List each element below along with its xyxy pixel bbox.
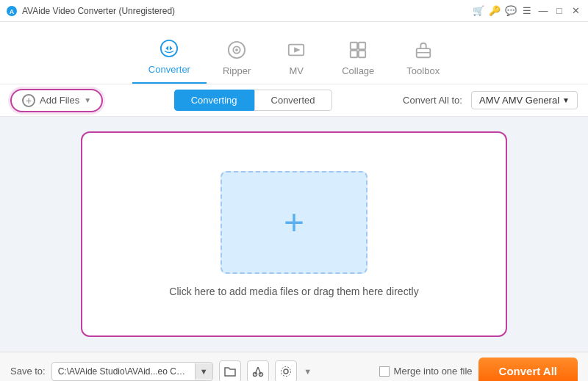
close-btn[interactable]: ✕ [569, 4, 582, 18]
svg-rect-7 [351, 43, 357, 49]
svg-point-2 [161, 40, 177, 57]
merge-text: Merge into one file [394, 366, 473, 377]
drop-zone-content: + Click here to add media files or drag … [169, 171, 418, 297]
tab-converted[interactable]: Converted [254, 90, 332, 111]
folder-open-btn[interactable] [219, 360, 241, 382]
plus-icon: + [284, 205, 304, 240]
dropdown-settings-btn[interactable]: ▼ [303, 360, 313, 382]
converter-icon [159, 39, 179, 61]
nav-item-ripper[interactable]: Ripper [207, 35, 267, 84]
svg-point-17 [284, 369, 288, 374]
settings-btn[interactable] [275, 360, 297, 382]
title-bar-left: A AVAide Video Converter (Unregistered) [6, 5, 175, 17]
title-bar: A AVAide Video Converter (Unregistered) … [0, 0, 588, 22]
tab-converting[interactable]: Converting [174, 90, 254, 111]
save-path-box: C:\AVAide Studio\AVAid...eo Converter\Co… [51, 362, 213, 381]
ripper-label: Ripper [223, 65, 251, 76]
toolbox-icon [414, 40, 433, 62]
collage-icon [348, 40, 368, 62]
tab-group: Converting Converted [174, 90, 332, 111]
nav-items: Converter Ripper MV [132, 33, 456, 84]
nav-item-mv[interactable]: MV [267, 35, 326, 84]
svg-point-18 [281, 366, 290, 376]
svg-rect-8 [359, 43, 365, 49]
nav-item-toolbox[interactable]: Toolbox [390, 35, 456, 84]
save-to-label: Save to: [10, 366, 46, 377]
convert-all-to-label: Convert All to: [403, 95, 462, 106]
convert-all-button[interactable]: Convert All [478, 358, 578, 382]
chat-icon-btn[interactable]: 💬 [504, 4, 517, 18]
svg-point-5 [235, 48, 238, 51]
svg-rect-9 [351, 51, 357, 57]
drop-zone-outer[interactable]: + Click here to add media files or drag … [81, 131, 507, 337]
toolbox-label: Toolbox [406, 65, 440, 76]
add-circle-icon: + [22, 94, 35, 107]
app-title: AVAide Video Converter (Unregistered) [22, 6, 175, 16]
drop-hint: Click here to add media files or drag th… [169, 286, 418, 297]
converter-label: Converter [148, 64, 190, 75]
add-files-arrow: ▼ [84, 96, 91, 104]
save-path-dropdown-icon[interactable]: ▼ [195, 363, 212, 380]
nav-item-converter[interactable]: Converter [132, 33, 207, 84]
format-arrow-icon: ▼ [562, 96, 570, 104]
mv-label: MV [289, 65, 304, 76]
maximize-btn[interactable]: □ [553, 4, 566, 18]
add-files-button[interactable]: + Add Files ▼ [10, 89, 103, 112]
app-icon: A [6, 5, 18, 17]
key-icon-btn[interactable]: 🔑 [488, 4, 501, 18]
format-value: AMV AMV General [479, 95, 559, 106]
ripper-icon [227, 40, 246, 62]
collage-label: Collage [342, 65, 374, 76]
toolbar-row: + Add Files ▼ Converting Converted Conve… [0, 84, 588, 117]
menu-icon-btn[interactable]: ☰ [520, 4, 534, 18]
nav-item-collage[interactable]: Collage [326, 35, 390, 84]
mv-icon [287, 40, 306, 62]
merge-label[interactable]: Merge into one file [379, 366, 473, 377]
bottom-bar: Save to: C:\AVAide Studio\AVAid...eo Con… [0, 352, 588, 381]
title-bar-controls: 🛒 🔑 💬 ☰ — □ ✕ [472, 4, 582, 18]
svg-text:A: A [10, 8, 15, 15]
main-content: + Click here to add media files or drag … [0, 117, 588, 352]
minimize-btn[interactable]: — [537, 4, 550, 18]
merge-checkbox[interactable] [379, 366, 390, 377]
save-path-text: C:\AVAide Studio\AVAid...eo Converter\Co… [52, 363, 195, 380]
top-nav: Converter Ripper MV [0, 22, 588, 84]
svg-rect-10 [359, 51, 365, 57]
drop-zone-inner[interactable]: + [220, 171, 368, 274]
format-selector[interactable]: AMV AMV General ▼ [471, 91, 578, 109]
cut-btn[interactable] [247, 360, 269, 382]
add-files-label: Add Files [40, 95, 79, 106]
cart-icon-btn[interactable]: 🛒 [472, 4, 485, 18]
